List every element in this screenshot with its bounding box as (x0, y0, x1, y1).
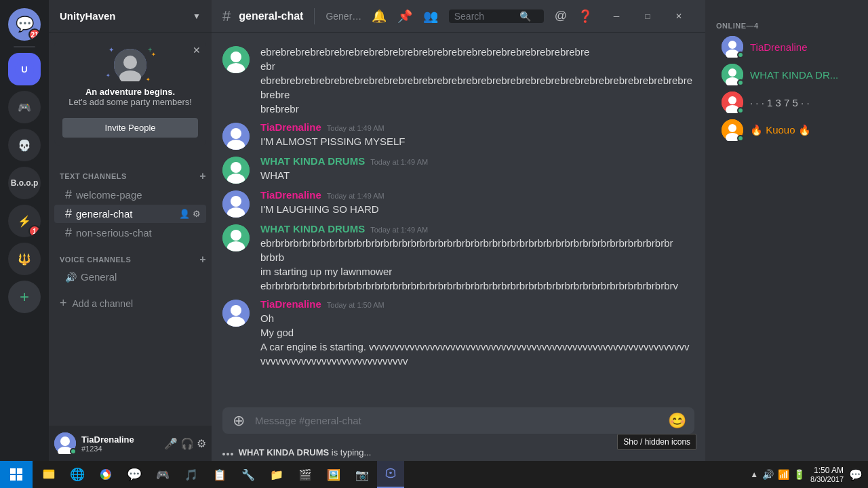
taskbar-edge-icon[interactable]: 🌐 (64, 461, 91, 488)
svg-point-24 (231, 305, 241, 316)
dm-server-icon[interactable]: 💬 21 (8, 8, 41, 41)
svg-point-36 (728, 124, 736, 132)
emoji-button[interactable]: 😊 (668, 412, 686, 430)
message-timestamp: Today at 1:50 AM (327, 301, 384, 309)
taskbar-steam-icon[interactable]: 🎮 (149, 461, 176, 488)
user-tag: #1234 (81, 445, 159, 453)
message-content-4: TiaDrenaline Today at 1:49 AM I'M LAUGHI… (260, 189, 694, 218)
server-icon-2[interactable]: 🎮 (8, 91, 41, 123)
svg-point-27 (728, 41, 736, 49)
plus-icon: + (60, 296, 67, 310)
user-status-dot (70, 448, 77, 455)
show-hidden-icons-tooltip: Sho / hidden icons (617, 434, 696, 450)
message-author: TiaDrenaline (260, 298, 321, 310)
server-icon-3[interactable]: 💀 (8, 129, 41, 161)
hash-icon: # (65, 188, 72, 202)
unityhaven-server-icon[interactable]: U (8, 53, 41, 85)
taskbar-explorer-icon[interactable] (35, 461, 62, 488)
taskbar-app11-icon[interactable]: 📷 (349, 461, 376, 488)
taskbar-skype-icon[interactable]: 💬 (121, 461, 148, 488)
channel-settings-icon[interactable]: ⚙ (193, 209, 201, 219)
channel-invite-icon[interactable]: 👤 (179, 209, 190, 219)
message-content-3: WHAT KINDA DRUMS Today at 1:49 AM WHAT (260, 155, 694, 184)
channel-item-non-serious[interactable]: # non-serious-chat (54, 224, 206, 242)
list-item[interactable]: WHAT KINDA DR... (711, 61, 863, 88)
maximize-button[interactable]: □ (632, 6, 663, 26)
taskbar-app8-icon[interactable]: 📁 (263, 461, 290, 488)
list-item[interactable]: · · · 1 3 7 5 · · (711, 89, 863, 116)
svg-point-6 (60, 436, 70, 446)
message-content-6: TiaDrenaline Today at 1:50 AM Oh My god … (260, 298, 694, 368)
members-icon[interactable]: 👥 (423, 9, 438, 24)
add-attachment-button[interactable]: ⊕ (231, 413, 247, 429)
typing-dot-1 (222, 453, 225, 455)
message-timestamp: Today at 1:49 AM (370, 226, 428, 234)
svg-point-30 (728, 68, 736, 77)
channel-item-welcome-page[interactable]: # welcome-page (54, 186, 206, 204)
mute-mic-icon[interactable]: 🎤 (164, 437, 178, 450)
clock: 1:50 AM 8/30/2017 (810, 466, 844, 483)
svg-text:U: U (21, 64, 27, 75)
tray-arrow[interactable]: ▲ (750, 470, 758, 479)
search-input[interactable] (454, 11, 515, 22)
channel-item-general-voice[interactable]: 🔊 General (54, 269, 206, 285)
message-timestamp: Today at 1:49 AM (327, 124, 384, 132)
channels-list: TEXT CHANNELS + # welcome-page # general… (49, 154, 212, 426)
header-divider (314, 8, 315, 24)
add-channel-button[interactable]: + Add a channel (60, 296, 206, 310)
channel-item-general-chat[interactable]: # general-chat 👤 ⚙ (54, 205, 206, 223)
message-timestamp: Today at 1:49 AM (327, 192, 384, 200)
server-icon-6[interactable]: 🔱 (8, 243, 41, 275)
svg-rect-39 (17, 468, 22, 474)
deafen-icon[interactable]: 🎧 (180, 437, 194, 450)
avatar-wkd-3 (222, 157, 250, 184)
invite-people-button[interactable]: Invite People (62, 118, 198, 138)
server-icon-5[interactable]: ⚡ 1 (8, 205, 41, 237)
taskbar-app7-icon[interactable]: 🔧 (235, 461, 262, 488)
notifications-icon[interactable]: 💬 (849, 468, 863, 481)
taskbar-app6-icon[interactable]: 📋 (206, 461, 233, 488)
add-server-button[interactable]: + (8, 281, 41, 313)
message-content-5: WHAT KINDA DRUMS Today at 1:49 AM ebrbrb… (260, 223, 694, 293)
taskbar-spotify-icon[interactable]: 🎵 (178, 461, 205, 488)
user-avatar (54, 432, 76, 454)
notification-bell-icon[interactable]: 🔔 (372, 9, 387, 24)
taskbar-app9-icon[interactable]: 🎬 (292, 461, 319, 488)
message-content-2: TiaDrenaline Today at 1:49 AM I'M ALMOST… (260, 121, 694, 150)
svg-point-18 (231, 196, 241, 207)
taskbar-icons: 🌐 💬 🎮 🎵 📋 🔧 📁 🎬 🖼️ 📷 (33, 461, 750, 488)
channel-sidebar: UnityHaven ▼ ✕ + ✦ ✦ ✦ ✦ An adventure be… (49, 0, 212, 461)
onboarding-box: ✕ + ✦ ✦ ✦ ✦ An adventure begins. Let's a… (54, 41, 206, 146)
add-voice-channel-icon[interactable]: + (199, 253, 206, 266)
add-text-channel-icon[interactable]: + (199, 170, 206, 182)
member-name: TiaDrenaline (750, 41, 808, 53)
text-channels-header[interactable]: TEXT CHANNELS + (49, 159, 212, 185)
close-button[interactable]: ✕ (663, 6, 694, 26)
svg-rect-38 (10, 468, 16, 474)
at-icon[interactable]: @ (555, 9, 567, 23)
clock-time: 1:50 AM (810, 466, 844, 475)
add-channel-section: + Add a channel (49, 285, 212, 313)
minimize-button[interactable]: ─ (601, 6, 632, 26)
search-bar[interactable]: 🔍 (449, 9, 544, 23)
taskbar-app10-icon[interactable]: 🖼️ (320, 461, 347, 488)
message-author: WHAT KINDA DRUMS (260, 155, 365, 167)
server-notification-badge: 21 (28, 28, 41, 41)
taskbar-discord-button[interactable] (377, 461, 404, 488)
message-input[interactable] (255, 407, 668, 434)
list-item[interactable]: TiaDrenaline (711, 33, 863, 60)
list-item[interactable]: 🔥 Kuouo 🔥 (711, 117, 863, 144)
taskbar-right: 1:50 AM 8/30/2017 💬 (805, 466, 868, 483)
server-header[interactable]: UnityHaven ▼ (49, 0, 212, 33)
start-button[interactable] (0, 461, 33, 488)
help-icon[interactable]: ❓ (578, 9, 593, 24)
channel-hash-icon: # (222, 7, 231, 25)
typing-dot-3 (231, 453, 233, 455)
pin-icon[interactable]: 📌 (397, 9, 412, 24)
voice-channels-header[interactable]: VOICE CHANNELS + (49, 243, 212, 268)
server-icon-boop[interactable]: B.o.o.p (8, 167, 41, 199)
user-settings-icon[interactable]: ⚙ (197, 437, 206, 450)
taskbar-chrome-icon[interactable] (92, 461, 119, 488)
onboarding-avatar (114, 49, 146, 81)
typing-dot-2 (226, 453, 229, 455)
